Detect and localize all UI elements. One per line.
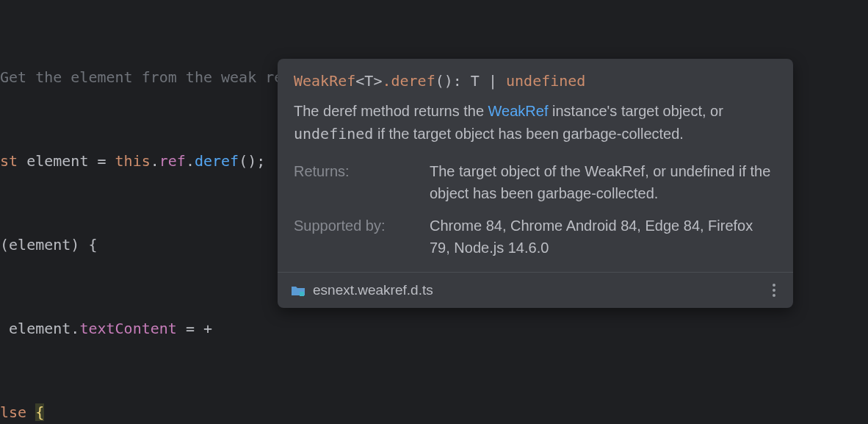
kw-const: st xyxy=(0,152,18,170)
documentation-tooltip: WeakRef<T>.deref(): T | undefined The de… xyxy=(278,59,793,308)
prop-ref: ref xyxy=(159,152,186,170)
method-deref: deref xyxy=(195,152,239,170)
brace-highlight: { xyxy=(35,403,44,421)
doc-text: instance's target object, or xyxy=(548,103,723,119)
sig-generic: <T> xyxy=(355,72,382,90)
sig-method: .deref xyxy=(382,72,435,90)
op-assign: = + xyxy=(186,320,212,337)
doc-text: if the target object has been garbage-co… xyxy=(373,126,684,142)
more-options-icon[interactable] xyxy=(768,281,780,300)
returns-value: The target object of the WeakRef, or und… xyxy=(430,160,777,204)
file-icon xyxy=(291,284,305,296)
sig-undefined: undefined xyxy=(506,72,585,90)
prop-textcontent: textContent xyxy=(79,320,176,337)
var-element: element xyxy=(26,152,88,170)
doc-mono-undefined: undefined xyxy=(294,125,373,143)
kw-else: lse xyxy=(0,403,26,421)
var-element: element xyxy=(9,236,70,254)
returns-label: Returns: xyxy=(294,160,422,204)
doc-link-weakref[interactable]: WeakRef xyxy=(488,103,549,119)
supported-label: Supported by: xyxy=(294,215,422,259)
doc-text: The deref method returns the xyxy=(294,103,488,119)
tooltip-footer: esnext.weakref.d.ts xyxy=(278,272,793,308)
sig-parens: () xyxy=(435,72,453,90)
source-file[interactable]: esnext.weakref.d.ts xyxy=(313,282,433,298)
sig-class: WeakRef xyxy=(294,72,355,90)
tooltip-signature: WeakRef<T>.deref(): T | undefined xyxy=(278,59,793,100)
kw-this: this xyxy=(115,152,151,170)
var-element: element xyxy=(9,320,70,337)
svg-rect-0 xyxy=(300,292,304,296)
sig-return-sep: : T | xyxy=(453,72,506,90)
tooltip-description: The deref method returns the WeakRef ins… xyxy=(278,100,793,157)
supported-value: Chrome 84, Chrome Android 84, Edge 84, F… xyxy=(430,215,777,259)
